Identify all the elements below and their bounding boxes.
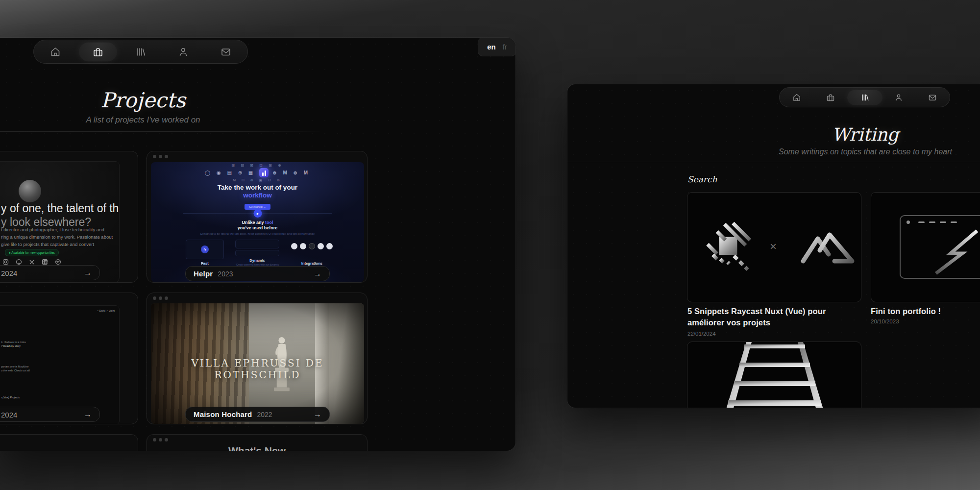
dribbble-icon[interactable] [55, 259, 61, 265]
github-icon[interactable] [16, 259, 22, 265]
linkedin-icon[interactable] [42, 259, 48, 265]
feature-dynamic-thumb [235, 250, 279, 256]
avatar [19, 180, 41, 202]
nav-contact[interactable] [205, 40, 247, 63]
maison-card-footer[interactable]: Maison Hochard 2022 → [185, 407, 330, 422]
arrow-right-icon[interactable]: → [314, 270, 321, 278]
project-name: Helpr [194, 270, 213, 278]
page-title: Projects [0, 88, 286, 112]
arrow-right-icon[interactable]: → [84, 269, 92, 277]
logo-separator: × [770, 240, 777, 253]
main-nav [779, 87, 950, 107]
feature-fast-thumb: ϟ [186, 240, 224, 259]
mail-icon [928, 93, 937, 102]
app-icons-row: ◯ ◉ ▤ ⊕ ▦ ⊕ M ⊗ M [151, 168, 364, 177]
app-icons: ◯ ◉ ▤ ⊕ ▦ [205, 170, 255, 175]
browser-dot [906, 220, 910, 224]
project-card-maison[interactable]: Villa Ephrussi de Rothschild Maison Hoch… [147, 293, 368, 424]
cta-wrap: Get started → [151, 201, 364, 210]
instagram-icon[interactable] [2, 259, 9, 265]
post-title[interactable]: Fini ton portfolio ! [871, 306, 980, 317]
hero-body-line: ring a unique dimension to my work. Pass… [1, 234, 113, 240]
helpr-description: Designed to be fast to the last pixel, h… [151, 232, 364, 235]
window-dots [153, 438, 168, 441]
story-text: o the web. Check out all [1, 369, 30, 372]
helpr-card-footer[interactable]: Helpr 2023 → [185, 266, 330, 281]
browser-frame [900, 215, 980, 279]
story-card-footer[interactable]: 2024 → [0, 407, 100, 422]
post-date: 20/10/2023 [871, 318, 899, 324]
nav-home[interactable] [780, 88, 813, 107]
hero-card-footer[interactable]: 2024 → [0, 265, 100, 280]
project-name: Maison Hochard [194, 410, 252, 418]
project-year: 2023 [218, 270, 233, 278]
window-dots [153, 296, 168, 300]
nav-writing[interactable] [119, 40, 162, 63]
header-divider [567, 162, 980, 162]
project-year: 2022 [257, 411, 272, 418]
helpr-tagline: Unlike any tool [151, 220, 364, 225]
project-year: 2024 [1, 411, 17, 419]
story-text: ? Read my story [1, 344, 21, 347]
nav-projects[interactable] [813, 88, 847, 107]
browser-dash [929, 221, 935, 223]
library-icon [860, 93, 869, 102]
arrow-right-icon[interactable]: → [314, 410, 321, 419]
hero-screenshot: y of one, the talent of three y look els… [0, 161, 120, 283]
post-card-ladder[interactable] [687, 342, 861, 408]
play-button[interactable]: ▶ [253, 209, 262, 218]
raycast-logo [701, 221, 754, 274]
project-card-hero[interactable]: y of one, the talent of three y look els… [0, 151, 138, 283]
nav-home[interactable] [34, 40, 76, 63]
nav-projects[interactable] [76, 40, 119, 63]
projects-page-panel: en fr Projects A list of projects I've w… [0, 38, 515, 451]
window-dots [153, 155, 168, 158]
helpr-tagline-2: you've used before [151, 225, 364, 230]
arrow-right-icon[interactable]: → [84, 410, 92, 419]
hero-body-line: give life to projects that captivate and… [1, 242, 94, 247]
nav-writing[interactable] [848, 88, 882, 107]
ladder-graphic [687, 342, 861, 408]
integrations-icons [291, 243, 333, 249]
briefcase-icon [93, 47, 103, 57]
app-icons: ⊕ M ⊗ M [272, 170, 310, 175]
browser-dash [918, 221, 925, 223]
search-label[interactable]: Search [687, 174, 717, 184]
project-card-story[interactable]: ▪ Dark | ▫ Light it. I believe in a more… [0, 293, 138, 424]
helpr-headline-accent: workflow [151, 192, 364, 199]
post-card-portfolio[interactable] [871, 192, 980, 302]
app-icons-row: ⊞ ⊟ ⊠ ⊡ ⊞ ⊕ [151, 163, 364, 168]
browser-dash [940, 221, 946, 223]
availability-badge: ● Available for new opportunities [5, 249, 59, 256]
nav-contact[interactable] [916, 88, 950, 107]
browser-dash [951, 221, 957, 223]
header-divider [0, 131, 323, 132]
story-text: it. I believe in a more [1, 341, 26, 343]
nav-about[interactable] [162, 40, 205, 63]
project-card-helpr[interactable]: ⊞ ⊟ ⊠ ⊡ ⊞ ⊕ ◯ ◉ ▤ ⊕ ▦ ⊕ M ⊗ M M ⊡ ⊕ ▣ ⊡ … [147, 151, 368, 283]
maison-photo: Villa Ephrussi de Rothschild [151, 303, 364, 424]
feature-dynamic-thumb [235, 240, 279, 248]
lightning-logo [932, 229, 980, 275]
language-switcher: en fr [478, 38, 515, 56]
main-nav [33, 40, 248, 64]
x-twitter-icon[interactable] [29, 259, 35, 265]
feature-label: Dynamic [235, 258, 279, 263]
helpr-screenshot: ⊞ ⊟ ⊠ ⊡ ⊞ ⊕ ◯ ◉ ▤ ⊕ ▦ ⊕ M ⊗ M M ⊡ ⊕ ▣ ⊡ … [151, 162, 364, 283]
social-links [2, 259, 61, 265]
lang-fr[interactable]: fr [503, 43, 507, 51]
post-title[interactable]: 5 Snippets Raycast Nuxt (Vue) pour améli… [687, 306, 858, 328]
person-icon [894, 93, 903, 102]
lang-en[interactable]: en [487, 43, 496, 51]
story-text: r (Vue) Projects [1, 396, 20, 399]
project-card-partial[interactable] [0, 434, 138, 451]
project-year: 2024 [1, 269, 17, 277]
library-icon [135, 47, 146, 57]
post-date: 22/01/2024 [687, 331, 716, 337]
nav-about[interactable] [882, 88, 915, 107]
hero-headline-top: y of one, the talent of three [1, 202, 120, 215]
theme-toggle[interactable]: ▪ Dark | ▫ Light [98, 309, 115, 312]
mail-icon [220, 47, 231, 57]
post-card-raycast-nuxt[interactable]: × [687, 192, 861, 302]
whats-new-card[interactable]: What's New [147, 434, 368, 451]
